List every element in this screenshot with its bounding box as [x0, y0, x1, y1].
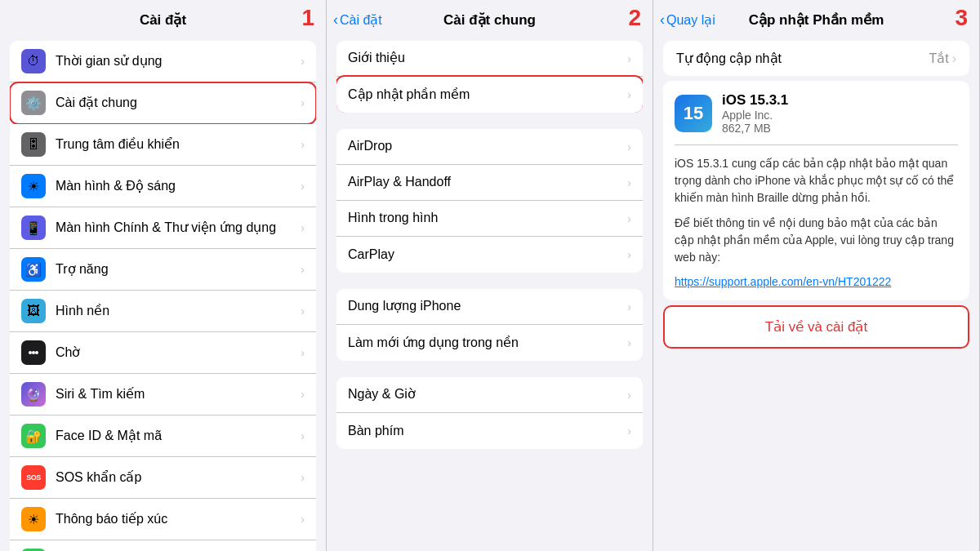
chevron-sos: ›	[301, 471, 305, 484]
chevron-faceid: ›	[301, 429, 305, 442]
ios-version-name: iOS 15.3.1	[722, 92, 958, 109]
auto-update-value: Tắt ›	[929, 51, 956, 66]
download-btn-section: Tải về và cài đặt	[663, 305, 969, 349]
wallpaper-label: Hình nền	[56, 303, 297, 320]
chevron-airdrop: ›	[627, 140, 631, 153]
auto-update-row[interactable]: Tự động cập nhật Tắt ›	[663, 41, 969, 76]
homescreen-icon: 📱	[21, 216, 46, 240]
gap-3	[327, 366, 653, 372]
accessibility-label: Trợ năng	[56, 261, 297, 278]
general-label: Cài đặt chung	[56, 95, 297, 112]
ios-link[interactable]: https://support.apple.com/en-vn/HT201222	[675, 275, 891, 288]
panel2-back[interactable]: ‹ Cài đặt	[333, 11, 382, 29]
chevron-accessibility: ›	[301, 263, 305, 276]
panel3-title: Cập nhật Phần mềm	[749, 11, 884, 29]
keyboard-label: Bàn phím	[348, 423, 624, 440]
cho-icon	[21, 340, 46, 365]
chevron-control: ›	[301, 138, 305, 151]
panel1-title: Cài đặt	[140, 11, 186, 29]
chevron-date-time: ›	[627, 389, 631, 402]
control-center-icon: 🎛	[21, 132, 46, 157]
chevron-display: ›	[301, 180, 305, 193]
list-item-pip[interactable]: Hình trong hình ›	[336, 201, 643, 237]
panel-2: ‹ Cài đặt Cài đặt chung 2 Giới thiệu › C…	[327, 0, 653, 551]
auto-update-value-text: Tắt	[929, 51, 948, 66]
auto-update-label: Tự động cập nhật	[676, 51, 782, 66]
sos-label: SOS khẩn cấp	[56, 469, 297, 487]
about-label: Giới thiệu	[348, 50, 624, 67]
ios-version-info: iOS 15.3.1 Apple Inc. 862,7 MB	[722, 92, 958, 135]
chevron-about: ›	[627, 52, 631, 65]
list-item-display[interactable]: ☀ Màn hình & Độ sáng ›	[10, 166, 316, 207]
chevron-software-update: ›	[627, 88, 631, 101]
list-item-screen-time[interactable]: ⏱ Thời gian sử dụng ›	[10, 41, 316, 82]
chevron-auto-update: ›	[952, 51, 956, 66]
p2-group4: Ngày & Giờ › Bàn phím ›	[336, 377, 643, 449]
notifications-label: Thông báo tiếp xúc	[56, 511, 297, 528]
storage-label: Dung lượng iPhone	[348, 298, 624, 315]
list-item-keyboard[interactable]: Bàn phím ›	[336, 413, 643, 449]
airdrop-label: AirDrop	[348, 138, 624, 155]
svg-point-0	[29, 351, 32, 354]
gap-1	[327, 118, 653, 124]
list-item-airplay[interactable]: AirPlay & Handoff ›	[336, 165, 643, 201]
list-item-airdrop[interactable]: AirDrop ›	[336, 129, 643, 165]
list-item-date-time[interactable]: Ngày & Giờ ›	[336, 377, 643, 413]
panel2-title: Cài đặt chung	[443, 11, 536, 29]
chevron-homescreen: ›	[301, 221, 305, 234]
list-item-about[interactable]: Giới thiệu ›	[336, 41, 643, 77]
list-item-software-update[interactable]: Cập nhật phần mềm ›	[336, 77, 643, 113]
ios-size: 862,7 MB	[722, 122, 958, 135]
panel2-header: ‹ Cài đặt Cài đặt chung 2	[327, 0, 653, 36]
list-item-background-app[interactable]: Làm mới ứng dụng trong nền ›	[336, 325, 643, 361]
step-badge-3: 3	[955, 5, 968, 31]
chevron-siri: ›	[301, 388, 305, 401]
carplay-label: CarPlay	[348, 247, 624, 264]
chevron-carplay: ›	[627, 248, 631, 261]
accessibility-icon: ♿	[21, 257, 46, 282]
ios-logo-text: 15	[684, 103, 703, 124]
panel3-back[interactable]: ‹ Quay lại	[660, 11, 715, 29]
svg-point-2	[35, 351, 38, 354]
list-item-faceid[interactable]: 🔐 Face ID & Mật mã ›	[10, 415, 316, 457]
background-app-label: Làm mới ứng dụng trong nền	[348, 335, 624, 352]
download-button[interactable]: Tải về và cài đặt	[665, 307, 968, 347]
panel-1: Cài đặt 1 ⏱ Thời gian sử dụng › ⚙️ Cài đ…	[0, 0, 327, 551]
panel1-list: ⏱ Thời gian sử dụng › ⚙️ Cài đặt chung ›…	[10, 41, 316, 551]
p2-group1: Giới thiệu › Cập nhật phần mềm ›	[336, 41, 643, 113]
pip-label: Hình trong hình	[348, 210, 624, 227]
notifications-icon: ☀	[21, 507, 46, 531]
list-item-cho[interactable]: Chờ ›	[10, 332, 316, 374]
general-icon: ⚙️	[21, 91, 46, 115]
chevron-background-app: ›	[627, 336, 631, 349]
display-label: Màn hình & Độ sáng	[56, 178, 297, 195]
chevron-airplay: ›	[627, 176, 631, 189]
gap-2	[327, 278, 653, 284]
list-item-storage[interactable]: Dung lượng iPhone ›	[336, 289, 643, 325]
chevron-screen-time: ›	[301, 55, 305, 68]
list-item-general[interactable]: ⚙️ Cài đặt chung ›	[10, 82, 316, 124]
ios-description: iOS 15.3.1 cung cấp các bản cập nhật bảo…	[675, 155, 958, 207]
siri-icon: 🔮	[21, 382, 46, 407]
chevron-storage: ›	[627, 300, 631, 313]
ios-info-box: 15 iOS 15.3.1 Apple Inc. 862,7 MB iOS 15…	[663, 81, 969, 300]
p2-group3: Dung lượng iPhone › Làm mới ứng dụng tro…	[336, 289, 643, 361]
list-item-carplay[interactable]: CarPlay ›	[336, 237, 643, 273]
list-item-notifications[interactable]: ☀ Thông báo tiếp xúc ›	[10, 499, 316, 540]
display-icon: ☀	[21, 174, 46, 198]
panel-3: ‹ Quay lại Cập nhật Phần mềm 3 Tự động c…	[653, 0, 980, 551]
list-item-wallpaper[interactable]: 🖼 Hình nền ›	[10, 291, 316, 332]
back-chevron-2: ‹	[333, 11, 338, 29]
list-item-siri[interactable]: 🔮 Siri & Tìm kiếm ›	[10, 374, 316, 415]
faceid-label: Face ID & Mật mã	[56, 428, 297, 445]
panel3-header: ‹ Quay lại Cập nhật Phần mềm 3	[653, 0, 979, 36]
screen-time-icon: ⏱	[21, 49, 46, 73]
list-item-homescreen[interactable]: 📱 Màn hình Chính & Thư viện ứng dụng ›	[10, 207, 316, 249]
list-item-battery[interactable]: 🔋 Pin ›	[10, 540, 316, 551]
panel3-back-label: Quay lại	[666, 12, 715, 28]
wallpaper-icon: 🖼	[21, 299, 46, 323]
list-item-sos[interactable]: SOS SOS khẩn cấp ›	[10, 457, 316, 499]
step-badge-1: 1	[301, 5, 314, 31]
list-item-control-center[interactable]: 🎛 Trung tâm điều khiển ›	[10, 124, 316, 166]
list-item-accessibility[interactable]: ♿ Trợ năng ›	[10, 249, 316, 291]
